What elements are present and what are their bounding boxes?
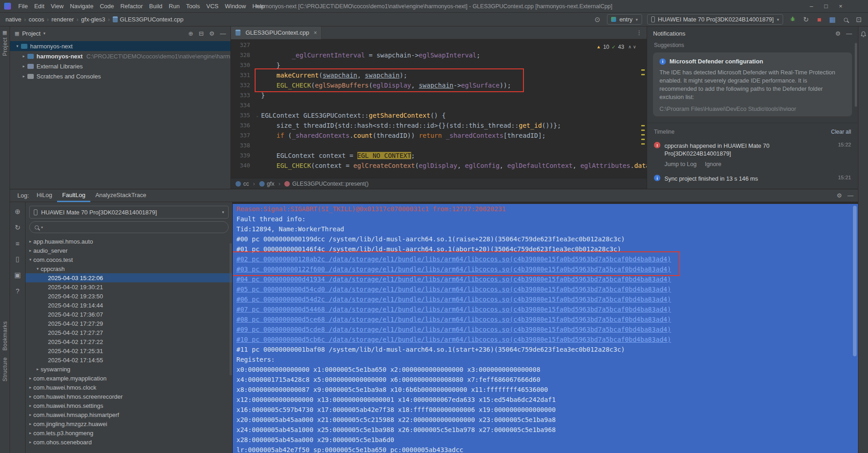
log-scrollbar[interactable] xyxy=(853,206,857,356)
tab-faultlog[interactable]: FaultLog xyxy=(57,189,90,202)
menu-code[interactable]: Code xyxy=(97,0,117,13)
settings-icon[interactable]: ⚙ xyxy=(837,192,842,199)
process-tree-item[interactable]: ▸com.example.myapplication xyxy=(26,374,232,383)
bell-icon[interactable] xyxy=(860,31,867,39)
project-tree-item[interactable]: ▸harmonyos-nextC:\PROJECT\DEMO\cocos\dem… xyxy=(10,51,230,61)
stack-frame-link[interactable]: #06 pc 0000000000d54d2c /data/storage/el… xyxy=(233,294,858,304)
stack-frame-link[interactable]: #02 pc 000000000128ab2c /data/storage/el… xyxy=(233,254,858,264)
stack-frame-link[interactable]: #10 pc 0000000000d5cb6c /data/storage/el… xyxy=(233,334,858,344)
close-tab-icon[interactable]: × xyxy=(314,30,317,36)
stack-frame-link[interactable]: #04 pc 0000000000d41934 /data/storage/el… xyxy=(233,274,858,284)
breadcrumb-gfx-gles3[interactable]: gfx-gles3 xyxy=(80,16,106,23)
breadcrumb-item[interactable]: GLES3GPUContext::present() xyxy=(284,181,368,187)
export-log-icon[interactable]: ▣ xyxy=(13,271,22,279)
locate-file-icon[interactable]: ⊕ xyxy=(188,30,193,37)
crash-log-entry[interactable]: 2025-04-02 19:14:44 xyxy=(26,301,232,310)
editor-options-icon[interactable]: ⋮ xyxy=(632,29,647,36)
crash-log-entry[interactable]: 2025-04-02 17:27:29 xyxy=(26,319,232,328)
collapse-all-icon[interactable]: ⊟ xyxy=(199,30,204,37)
stack-frame-link[interactable]: #09 pc 0000000000d5cde8 /data/storage/el… xyxy=(233,324,858,334)
menu-refactor[interactable]: Refactor xyxy=(117,0,146,13)
tab-hilog[interactable]: HiLog xyxy=(31,189,57,202)
crash-log-entry[interactable]: 2025-04-02 19:30:21 xyxy=(26,282,232,292)
crash-log-entry[interactable]: 2025-04-02 17:27:22 xyxy=(26,337,232,346)
process-tree-item[interactable]: ▸com.ohos.sceneboard xyxy=(26,437,232,447)
menu-tools[interactable]: Tools xyxy=(183,0,203,13)
project-tree-item[interactable]: ▸Scratches and Consoles xyxy=(10,71,230,81)
breadcrumb-renderer[interactable]: renderer xyxy=(51,16,75,23)
search-everywhere-icon[interactable] xyxy=(841,15,850,24)
menu-view[interactable]: View xyxy=(47,0,67,13)
sidebar-scrollbar[interactable] xyxy=(230,243,232,375)
crash-log-entry[interactable]: 2025-04-02 17:14:55 xyxy=(26,355,232,364)
process-tree-item[interactable]: ▸audio_server xyxy=(26,246,232,255)
device-icon[interactable]: ▯ xyxy=(13,255,22,263)
menu-build[interactable]: Build xyxy=(146,0,166,13)
faultlog-output[interactable]: Reason:Signal:SIGABRT(SI_TKILL)@0x01317c… xyxy=(233,202,858,453)
tool-button-project[interactable]: ▦Project xyxy=(2,26,8,59)
tab-analyzestacktrace[interactable]: AnalyzeStackTrace xyxy=(90,189,152,202)
process-tree-item[interactable]: ▸com.huawei.hmos.screenrecorder xyxy=(26,392,232,401)
log-filter-icon[interactable]: ≡ xyxy=(13,240,22,247)
process-tree-item[interactable]: ▸com.huawei.hmsapp.hismartperf xyxy=(26,410,232,419)
process-tree-item[interactable]: ▸com.jingling.hmzgzz.huawei xyxy=(26,419,232,428)
debug-icon[interactable] xyxy=(788,15,797,24)
hide-panel-icon[interactable]: — xyxy=(220,30,226,37)
stop-icon[interactable]: ■ xyxy=(815,15,824,24)
close-button[interactable]: × xyxy=(833,0,848,13)
sync-icon[interactable]: ↻ xyxy=(801,15,810,24)
process-tree-item[interactable]: ▸syswarning xyxy=(26,364,232,374)
attach-target-icon[interactable]: ⊙ xyxy=(593,15,602,24)
action-jump-to-log[interactable]: Jump to Log xyxy=(664,161,696,167)
project-panel-title[interactable]: Project xyxy=(22,30,40,37)
device-manager-icon[interactable]: ▦ xyxy=(828,15,837,24)
stack-frame-link[interactable]: #07 pc 0000000000d54468 /data/storage/el… xyxy=(233,304,858,314)
clear-all-link[interactable]: Clear all xyxy=(831,129,851,135)
device-selector-toolbar[interactable]: HUAWEI Mate 70 Pro[3DK0224B14001879] ▾ xyxy=(647,14,783,25)
prev-next-icons[interactable]: ∧ ∨ xyxy=(628,42,636,52)
stack-frame-link[interactable]: #08 pc 0000000000d5ce68 /data/storage/el… xyxy=(233,314,858,324)
search-input[interactable] xyxy=(45,224,223,231)
project-tree-item[interactable]: ▾harmonyos-next xyxy=(10,41,230,51)
process-tree-item[interactable]: ▸com.lets.p3.hongmeng xyxy=(26,428,232,437)
menu-window[interactable]: Window xyxy=(222,0,249,13)
minimize-button[interactable]: – xyxy=(804,0,819,13)
crash-log-entry[interactable]: 2025-04-02 17:25:31 xyxy=(26,346,232,355)
process-tree-item[interactable]: ▾cppcrash xyxy=(26,264,232,273)
notifications-scrollbar[interactable] xyxy=(855,43,857,107)
stack-frame-link[interactable]: #03 pc 000000000122f600 /data/storage/el… xyxy=(233,264,858,274)
restart-icon[interactable]: ↻ xyxy=(13,224,22,232)
breadcrumb-cocos[interactable]: cocos xyxy=(28,16,45,23)
process-tree-item[interactable]: ▸com.huawei.hmos.settings xyxy=(26,401,232,410)
editor-scroll-stripe[interactable] xyxy=(641,39,646,178)
hide-panel-icon[interactable]: — xyxy=(846,30,852,37)
log-config-icon[interactable]: ⊕ xyxy=(13,208,22,216)
breadcrumb-native[interactable]: native xyxy=(5,16,22,23)
breadcrumb-gles3gpucontext.cpp[interactable]: GLES3GPUContext.cpp xyxy=(112,16,184,23)
stack-frame-link[interactable]: #05 pc 0000000000d54cd0 /data/storage/el… xyxy=(233,284,858,294)
editor-code[interactable]: 327328 _eglCurrentInterval = swapchain->… xyxy=(231,39,647,178)
crash-log-entry[interactable]: 2025-04-02 17:36:07 xyxy=(26,310,232,319)
settings-icon[interactable]: ⚙ xyxy=(209,30,214,37)
editor-tab[interactable]: GLES3GPUContext.cpp × xyxy=(231,26,322,39)
crash-log-entry[interactable]: 2025-04-02 17:27:27 xyxy=(26,328,232,337)
tool-button-bookmarks[interactable]: Bookmarks xyxy=(2,318,8,354)
project-tree-item[interactable]: ▸External Libraries xyxy=(10,61,230,71)
breadcrumb-item[interactable]: cc xyxy=(235,181,249,187)
maximize-button[interactable]: □ xyxy=(819,0,833,13)
hide-panel-icon[interactable]: — xyxy=(847,192,853,199)
settings-icon[interactable]: ⚙ xyxy=(835,30,841,37)
inspections-widget[interactable]: ▲ 10 ✓ 43 ∧ ∨ xyxy=(594,42,638,52)
run-config-selector[interactable]: entry ▾ xyxy=(607,14,642,25)
breadcrumb-item[interactable]: gfx xyxy=(259,181,275,187)
process-tree-item[interactable]: ▾com.cocos.test xyxy=(26,255,232,264)
process-tree-item[interactable]: ▸com.huawei.hmos.clock xyxy=(26,383,232,392)
help-icon[interactable]: ? xyxy=(13,287,22,295)
device-selector[interactable]: HUAWEI Mate 70 Pro[3DK0224B14001879] ▾ xyxy=(29,206,229,219)
crash-log-entry[interactable]: 2025-04-03 15:22:06 xyxy=(26,273,232,282)
menu-vcs[interactable]: VCS xyxy=(203,0,222,13)
menu-edit[interactable]: Edit xyxy=(31,0,47,13)
process-tree-item[interactable]: ▸app.huawei.hmos.auto xyxy=(26,237,232,246)
tool-button-structure[interactable]: Structure xyxy=(2,354,8,385)
menu-navigate[interactable]: Navigate xyxy=(67,0,96,13)
